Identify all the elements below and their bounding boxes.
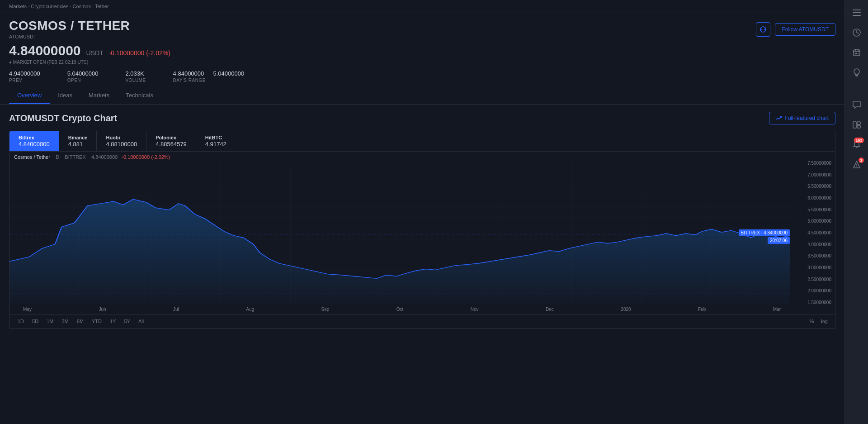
bottom-controls: 1D 5D 1M 3M 6M YTD 1Y 5Y All % log [9, 314, 835, 329]
alert-badge: 1 [859, 157, 863, 163]
stats-bar: 4.94000000 PREV 5.04000000 OPEN 2.033K V… [9, 70, 244, 83]
time-buttons: 1D 5D 1M 3M 6M YTD 1Y 5Y All [14, 317, 147, 325]
svg-rect-13 [853, 122, 856, 128]
range-label: DAY'S RANGE [173, 78, 245, 83]
full-featured-chart-button[interactable]: Full-featured chart [769, 112, 835, 124]
stat-volume: 2.033K VOLUME [125, 70, 146, 83]
time-btn-1y[interactable]: 1Y [106, 317, 119, 325]
svg-rect-8 [855, 53, 856, 54]
chart-section: ATOMUSDT Crypto Chart Full-featured char… [0, 105, 844, 329]
time-btn-5y[interactable]: 5Y [120, 317, 133, 325]
x-axis: May Jun Jul Aug Sep Oct Nov Dec 2020 Feb… [14, 304, 790, 314]
tab-overview[interactable]: Overview [9, 87, 50, 104]
volume-label: VOLUME [125, 78, 146, 83]
svg-rect-15 [857, 125, 860, 128]
header-right: Follow ATOMUSDT [756, 19, 835, 37]
bittrex-time-label: 20:02:06 [768, 237, 790, 244]
notification-badge: 163 [854, 138, 863, 143]
chart-title: ATOMUSDT Crypto Chart [9, 113, 117, 124]
chart-change-info: -0.10000000 (-2.02%) [122, 154, 170, 160]
price-row: 4.84000000 USDT -0.10000000 (-2.02%) [9, 43, 244, 58]
open-label: OPEN [67, 78, 99, 83]
svg-rect-1 [853, 12, 861, 13]
scale-log-button[interactable]: log [818, 318, 830, 325]
menu-icon[interactable] [849, 5, 865, 21]
notification-icon[interactable]: 163 [849, 137, 865, 153]
svg-rect-9 [856, 53, 857, 54]
chart-header: ATOMUSDT Crypto Chart Full-featured char… [9, 112, 835, 124]
refresh-button[interactable] [756, 22, 770, 37]
clock-icon[interactable] [849, 24, 865, 41]
range-value: 4.84000000 — 5.04000000 [173, 70, 245, 77]
follow-button[interactable]: Follow ATOMUSDT [775, 23, 835, 36]
time-btn-1m[interactable]: 1M [43, 317, 57, 325]
chart-exchange: BITTREX [65, 154, 85, 160]
main-content: Markets · Cryptocurrencies · Cosmos · Te… [0, 0, 844, 424]
tab-ideas[interactable]: Ideas [50, 87, 80, 104]
nav-tabs: Overview Ideas Markets Technicals [9, 87, 835, 104]
header: COSMOS / TETHER ATOMUSDT 4.84000000 USDT… [0, 13, 844, 105]
market-status: ● MARKET OPEN (FEB 22 02:19 UTC) [9, 60, 244, 65]
chart-interval: D [56, 154, 59, 160]
breadcrumb-cosmos[interactable]: Cosmos [73, 4, 91, 9]
pair-title: COSMOS / TETHER [9, 19, 244, 33]
breadcrumb-cryptocurrencies[interactable]: Cryptocurrencies [31, 4, 68, 9]
breadcrumb-tether[interactable]: Tether [95, 4, 109, 9]
prev-label: PREV [9, 78, 40, 83]
price-chart-svg [9, 163, 790, 304]
current-price: 4.84000000 [9, 43, 81, 58]
lightbulb-icon[interactable] [849, 64, 865, 81]
pair-symbol: ATOMUSDT [9, 34, 244, 39]
svg-rect-10 [858, 53, 859, 54]
chat-icon[interactable] [849, 97, 865, 113]
time-btn-1d[interactable]: 1D [14, 317, 28, 325]
chart-container[interactable]: Cosmos / Tether D BITTREX 4.84000000 -0.… [9, 152, 835, 314]
open-value: 5.04000000 [67, 70, 99, 77]
tab-markets[interactable]: Markets [80, 87, 118, 104]
tab-technicals[interactable]: Technicals [118, 87, 161, 104]
stat-open: 5.04000000 OPEN [67, 70, 99, 83]
breadcrumb-markets[interactable]: Markets [9, 4, 27, 9]
svg-rect-0 [853, 10, 861, 10]
y-axis: 7.50000000 7.00000000 6.50000000 6.00000… [790, 152, 835, 314]
stat-prev: 4.94000000 PREV [9, 70, 40, 83]
calendar-icon[interactable] [849, 44, 865, 61]
exchange-tab-hitbtc[interactable]: HitBTC 4.91742 [196, 131, 236, 151]
time-btn-5d[interactable]: 5D [28, 317, 42, 325]
right-sidebar: 163 1 [844, 0, 868, 424]
time-btn-6m[interactable]: 6M [73, 317, 87, 325]
svg-rect-4 [854, 50, 860, 56]
volume-value: 2.033K [125, 70, 146, 77]
exchange-tabs: Bittrex 4.84000000 Binance 4.881 Huobi 4… [9, 131, 835, 152]
price-unit: USDT [86, 49, 104, 57]
svg-rect-2 [853, 15, 861, 16]
prev-value: 4.94000000 [9, 70, 40, 77]
time-btn-all[interactable]: All [135, 317, 147, 325]
breadcrumb: Markets · Cryptocurrencies · Cosmos · Te… [0, 0, 844, 13]
exchange-tab-poloniex[interactable]: Poloniex 4.88564579 [146, 131, 196, 151]
alert-icon[interactable]: 1 [849, 157, 865, 173]
svg-point-18 [856, 167, 857, 167]
stat-range: 4.84000000 — 5.04000000 DAY'S RANGE [173, 70, 245, 83]
chart-pair: Cosmos / Tether [14, 154, 50, 160]
bittrex-price-label: BITTREX · 4.84000000 [739, 229, 790, 236]
header-left: COSMOS / TETHER ATOMUSDT 4.84000000 USDT… [9, 19, 244, 83]
svg-rect-14 [857, 122, 860, 124]
exchange-tab-bittrex[interactable]: Bittrex 4.84000000 [9, 131, 59, 151]
chart-info-bar: Cosmos / Tether D BITTREX 4.84000000 -0.… [14, 154, 170, 160]
scale-buttons: % log [807, 318, 830, 325]
time-btn-ytd[interactable]: YTD [88, 317, 105, 325]
time-btn-3m[interactable]: 3M [58, 317, 72, 325]
exchange-tab-huobi[interactable]: Huobi 4.88100000 [97, 131, 146, 151]
layout-icon[interactable] [849, 117, 865, 133]
exchange-tab-binance[interactable]: Binance 4.881 [59, 131, 97, 151]
scale-percent-button[interactable]: % [807, 318, 817, 325]
price-change: -0.10000000 (-2.02%) [109, 49, 170, 57]
chart-price-info: 4.84000000 [91, 154, 118, 160]
